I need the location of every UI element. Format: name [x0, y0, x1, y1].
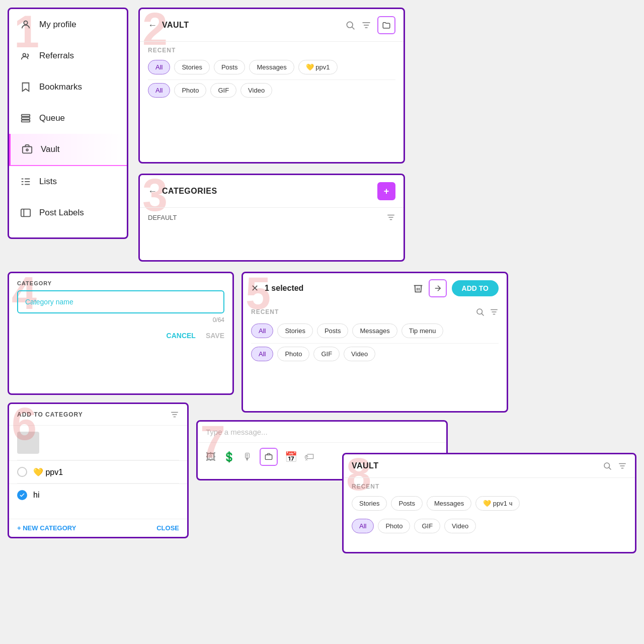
close-button[interactable]: CLOSE: [156, 524, 179, 532]
hi-label: hi: [33, 491, 39, 500]
vault-folder-button[interactable]: [377, 16, 395, 34]
selected-panel: 5 ✕ 1 selected ADD TO RECENT: [242, 272, 508, 413]
category-name-input[interactable]: Category name: [17, 290, 224, 313]
referrals-icon: [19, 49, 32, 62]
selected-chip-messages[interactable]: Messages: [352, 324, 397, 338]
vault-filter-icon[interactable]: [361, 20, 371, 30]
message-vault-button[interactable]: [260, 448, 278, 466]
photo-icon[interactable]: 🖼: [206, 451, 216, 463]
hi-radio: [17, 490, 27, 500]
vault-search-icon[interactable]: [345, 20, 355, 30]
svg-rect-5: [23, 147, 32, 153]
selected-chip-stories[interactable]: Stories: [277, 324, 312, 338]
selected-chip-all[interactable]: All: [251, 324, 273, 338]
selected-type-chips: All Stories Posts Messages Tip menu: [243, 320, 507, 343]
svg-point-15: [347, 22, 353, 28]
selected-search-icon[interactable]: [475, 307, 485, 316]
sidebar-item-post-labels[interactable]: Post Labels: [9, 197, 127, 228]
selected-media-chip-video[interactable]: Video: [344, 347, 375, 361]
selected-chip-tip-menu[interactable]: Tip menu: [401, 324, 444, 338]
mic-icon[interactable]: 🎙: [243, 451, 253, 463]
selected-chip-posts[interactable]: Posts: [317, 324, 349, 338]
vault-media-chip-all[interactable]: All: [148, 83, 170, 98]
vault-chip-all[interactable]: All: [148, 60, 170, 74]
vault-overlay-media-chip-all[interactable]: All: [352, 519, 374, 533]
vault-overlay-media-chip-photo[interactable]: Photo: [378, 519, 410, 533]
selected-recent-label: RECENT: [251, 308, 279, 315]
vault-overlay-filter-icon[interactable]: [618, 461, 627, 470]
selected-close-button[interactable]: ✕: [251, 283, 259, 294]
vault-overlay-chip-messages[interactable]: Messages: [427, 496, 471, 511]
selected-add-to-button[interactable]: ADD TO: [452, 280, 499, 296]
new-category-button[interactable]: + NEW CATEGORY: [17, 524, 76, 532]
selected-filter-icon[interactable]: [490, 307, 499, 316]
vault-chip-posts[interactable]: Posts: [214, 60, 246, 74]
vault-overlay-media-chip-video[interactable]: Video: [444, 519, 476, 533]
sidebar-item-referrals[interactable]: Referrals: [9, 40, 127, 71]
ppv1-label: 💛 ppv1: [33, 467, 63, 477]
vault-overlay-media-chip-gif[interactable]: GIF: [414, 519, 440, 533]
vault-overlay-type-chips: Stories Posts Messages 💛 ppv1 ч: [344, 493, 635, 516]
svg-point-1: [23, 53, 26, 56]
vault-media-chip-video[interactable]: Video: [240, 83, 272, 98]
selected-media-chip-all[interactable]: All: [251, 347, 273, 361]
category-cancel-button[interactable]: CANCEL: [167, 332, 196, 340]
post-labels-icon: [19, 206, 32, 219]
selected-icons: [475, 307, 499, 316]
categories-back-button[interactable]: ←: [148, 186, 157, 197]
add-to-cat-sort-icon[interactable]: [170, 410, 179, 419]
vault-overlay-header-right: [603, 461, 627, 470]
svg-line-16: [352, 27, 355, 30]
vault-chip-stories[interactable]: Stories: [174, 60, 209, 74]
add-to-cat-item-ppv1[interactable]: 💛 ppv1: [9, 460, 187, 483]
queue-icon: [19, 112, 32, 125]
vault-overlay-chip-stories[interactable]: Stories: [352, 496, 387, 511]
category-form-title: CATEGORY: [17, 280, 224, 286]
selected-trash-icon[interactable]: [413, 283, 424, 294]
categories-add-icon: +: [384, 186, 389, 197]
profile-icon: [19, 18, 32, 31]
selected-media-chip-gif[interactable]: GIF: [313, 347, 340, 361]
svg-rect-2: [22, 115, 30, 117]
sidebar-item-vault[interactable]: Vault: [9, 134, 127, 166]
vault-media-chip-photo[interactable]: Photo: [174, 83, 206, 98]
selected-media-chips: All Photo GIF Video: [243, 344, 507, 366]
tag-icon[interactable]: 🏷: [304, 451, 314, 463]
message-input[interactable]: Type a message...: [198, 422, 446, 443]
dollar-icon[interactable]: 💲: [223, 451, 235, 463]
vault-overlay-search-icon[interactable]: [603, 461, 612, 470]
vault-header-right: [345, 16, 395, 34]
selected-media-chip-photo[interactable]: Photo: [277, 347, 309, 361]
bookmark-icon: [19, 80, 32, 94]
vault-media-chip-gif[interactable]: GIF: [210, 83, 236, 98]
vault-back-button[interactable]: ←: [148, 20, 157, 31]
lists-label: Lists: [39, 177, 57, 187]
vault-overlay-recent-label: RECENT: [344, 478, 635, 493]
calendar-icon[interactable]: 📅: [285, 451, 297, 463]
sidebar-item-bookmarks[interactable]: Bookmarks: [9, 71, 127, 103]
lists-icon: [19, 175, 32, 188]
thumbnail: [17, 432, 39, 454]
vault-overlay-chip-ppv1[interactable]: 💛 ppv1 ч: [475, 496, 520, 511]
svg-rect-13: [21, 209, 30, 217]
svg-rect-4: [22, 120, 30, 122]
sidebar-item-queue[interactable]: Queue: [9, 103, 127, 134]
ppv1-radio: [17, 467, 27, 477]
vault-overlay-panel: 8 VAULT RECENT Stories Posts Messages 💛 …: [342, 453, 636, 553]
categories-sort-icon[interactable]: [386, 213, 395, 222]
category-save-button[interactable]: SAVE: [206, 332, 224, 340]
vault-chip-messages[interactable]: Messages: [249, 60, 294, 74]
add-to-cat-item-hi[interactable]: hi: [9, 484, 187, 506]
svg-rect-3: [22, 117, 30, 119]
selected-move-button[interactable]: [429, 279, 447, 297]
svg-line-24: [481, 313, 484, 315]
categories-add-button[interactable]: +: [377, 182, 395, 200]
vault-overlay-chip-posts[interactable]: Posts: [391, 496, 423, 511]
sidebar-item-my-profile[interactable]: My profile: [9, 9, 127, 40]
categories-title: CATEGORIES: [162, 187, 217, 196]
svg-rect-31: [265, 455, 272, 459]
vault-chip-ppv1[interactable]: 💛 ppv1: [298, 60, 338, 74]
bookmarks-label: Bookmarks: [39, 82, 82, 92]
svg-point-23: [477, 309, 482, 314]
sidebar-item-lists[interactable]: Lists: [9, 166, 127, 197]
